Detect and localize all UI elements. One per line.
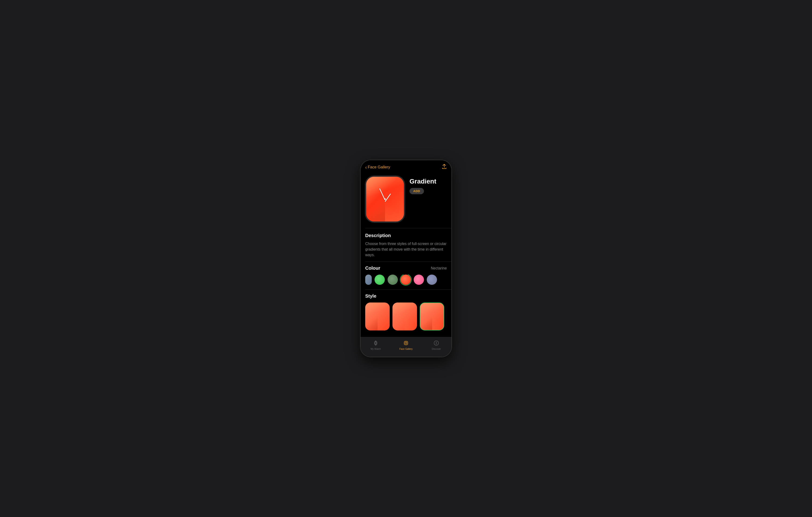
style-thumb-1[interactable] (365, 303, 390, 331)
description-text: Choose from three styles of full-screen … (365, 241, 447, 258)
center-dot (384, 199, 386, 200)
screen: ‹ Face Gallery (360, 160, 452, 357)
watch-face-preview (365, 176, 405, 222)
description-title: Description (365, 233, 447, 238)
clock-hands (366, 177, 404, 221)
watch-name: Gradient (409, 178, 447, 185)
style-thumbnails-list (365, 303, 447, 331)
hand-container (366, 177, 404, 221)
svg-rect-5 (375, 345, 376, 345)
face-gallery-icon (403, 340, 409, 347)
navigation-bar: ‹ Face Gallery (360, 160, 452, 172)
watch-preview-section: Gradient ADD (360, 172, 452, 228)
tab-discover[interactable]: Discover (421, 339, 452, 351)
tab-face-gallery[interactable]: Face Gallery (391, 339, 421, 351)
my-watch-icon (373, 340, 379, 347)
add-button[interactable]: ADD (409, 188, 424, 194)
swatch-dark-green[interactable] (387, 275, 398, 285)
back-chevron-icon: ‹ (365, 165, 367, 170)
colour-swatches-list (365, 275, 447, 286)
share-button[interactable] (442, 164, 447, 170)
style-section: Style (360, 290, 452, 334)
tab-bar: My Watch Face Gallery (360, 337, 452, 357)
colour-section: Colour Nectarine (360, 262, 452, 290)
share-icon (442, 164, 447, 169)
back-label: Face Gallery (368, 165, 390, 170)
discover-icon (433, 340, 439, 347)
svg-rect-4 (375, 341, 376, 341)
discover-label: Discover (432, 348, 441, 350)
swatch-nectarine[interactable] (401, 275, 411, 285)
description-section: Description Choose from three styles of … (360, 228, 452, 262)
tab-my-watch[interactable]: My Watch (360, 339, 391, 351)
style-thumb-3[interactable] (420, 303, 444, 331)
watch-info: Gradient ADD (409, 176, 447, 194)
svg-marker-11 (436, 342, 437, 343)
colour-selected-name: Nectarine (431, 266, 447, 270)
swatch-slate[interactable] (427, 275, 437, 285)
face-gallery-label: Face Gallery (400, 348, 413, 350)
back-button[interactable]: ‹ Face Gallery (365, 165, 390, 170)
style-title: Style (365, 294, 447, 299)
swatch-partial-left (365, 275, 372, 285)
watch-svg-icon (373, 340, 379, 346)
content-area: Gradient ADD Description Choose from thr… (360, 172, 452, 337)
swatch-pink[interactable] (414, 275, 424, 285)
phone-frame: ‹ Face Gallery (360, 160, 452, 357)
swatch-green[interactable] (375, 275, 385, 285)
style-thumb-2[interactable] (393, 303, 417, 331)
hour-hand (385, 193, 391, 202)
face-gallery-svg-icon (403, 340, 409, 346)
svg-point-10 (434, 341, 439, 345)
colour-header: Colour Nectarine (365, 266, 447, 271)
my-watch-label: My Watch (371, 348, 381, 350)
colour-title: Colour (365, 266, 380, 271)
svg-marker-12 (436, 343, 437, 345)
compass-svg-icon (433, 340, 439, 346)
